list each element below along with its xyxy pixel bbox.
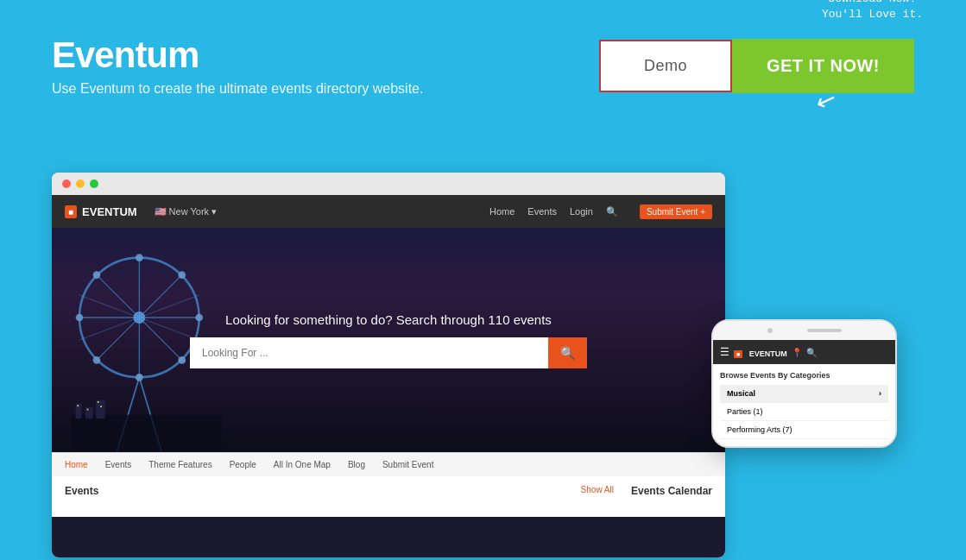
events-calendar-section: Events Calendar [631,485,712,508]
mobile-category-parties[interactable]: Parties (1) [720,403,888,421]
svg-point-17 [93,271,101,279]
nav-link-home[interactable]: Home [489,206,515,217]
page-header: Eventum Use Eventum to create the ultima… [0,0,966,114]
inner-logo: ■ EVENTUM [65,205,137,218]
browser-mockup: ■ EVENTUM 🇺🇸 New York ▾ Home Events Logi… [52,173,725,557]
inner-logo-icon: ■ [65,205,77,218]
brand-tagline: Use Eventum to create the ultimate event… [52,81,599,97]
hero-search-text: Looking for something to do? Search thro… [225,312,552,327]
mobile-speaker [807,329,842,332]
mobile-camera [767,328,773,333]
svg-point-10 [136,254,143,261]
download-note: Download Now! You'll Love it. [822,0,923,22]
svg-point-7 [133,311,145,324]
brand-section: Eventum Use Eventum to create the ultima… [52,35,599,97]
svg-point-16 [93,356,101,364]
submit-event-button[interactable]: Submit Event + [640,204,712,219]
browser-content: ■ EVENTUM 🇺🇸 New York ▾ Home Events Logi… [52,195,725,557]
browser-dot-minimize [76,179,85,188]
inner-website-nav: ■ EVENTUM 🇺🇸 New York ▾ Home Events Logi… [52,195,725,228]
mobile-category-musical[interactable]: Musical › [720,385,888,403]
inner-nav-blog[interactable]: Blog [348,460,365,469]
mobile-logo-icon: ■ [734,350,742,358]
browser-dot-fullscreen [90,179,98,188]
browser-titlebar [52,173,725,195]
inner-location[interactable]: 🇺🇸 New York ▾ [155,206,218,217]
svg-rect-20 [85,407,93,418]
hero-search-input[interactable] [190,337,548,368]
mobile-logo: ■ EVENTUM [734,344,787,360]
mobile-nav: ☰ ■ EVENTUM 📍 🔍 [713,340,895,364]
show-all-link[interactable]: Show All [581,485,614,501]
nav-search-icon[interactable]: 🔍 [606,206,618,217]
inner-nav-people[interactable]: People [230,460,256,469]
inner-nav-map[interactable]: All In One Map [274,460,331,469]
mobile-browse-title: Browse Events By Categories [720,371,888,380]
svg-rect-25 [100,406,102,407]
svg-rect-23 [87,409,89,411]
svg-point-14 [178,271,186,279]
inner-nav-links: Home Events Login 🔍 Submit Event + [489,204,712,219]
mobile-hamburger-icon[interactable]: ☰ [720,346,729,358]
mobile-category-performing[interactable]: Performing Arts (7) [720,421,888,439]
demo-button[interactable]: Demo [599,40,732,92]
mobile-search-icon[interactable]: 🔍 [806,348,817,357]
inner-site-footer-nav: Home Events Theme Features People All In… [52,452,725,476]
hero-search-bar: 🔍 [190,337,587,368]
events-calendar-title: Events Calendar [631,485,712,497]
svg-point-11 [195,314,203,322]
mobile-content: Browse Events By Categories Musical › Pa… [713,364,895,446]
inner-hero: Looking for something to do? Search thro… [52,228,725,452]
inner-content-area: Events Show All Events Calendar [52,476,725,517]
inner-logo-text: EVENTUM [82,205,137,218]
mobile-location-icon[interactable]: 📍 [792,348,802,357]
mobile-logo-text: EVENTUM [749,349,787,358]
svg-point-15 [178,356,186,364]
mobile-topbar [713,321,895,340]
mobile-mockup: ☰ ■ EVENTUM 📍 🔍 Browse Events By Categor… [711,319,897,448]
inner-nav-home[interactable]: Home [65,460,88,469]
browser-dot-close [62,179,71,188]
cta-section: Download Now! You'll Love it. ↙ Demo GET… [599,39,914,93]
svg-point-13 [76,314,84,322]
inner-nav-submit[interactable]: Submit Event [382,460,433,469]
brand-title: Eventum [52,35,599,76]
svg-rect-21 [96,400,104,418]
mobile-action-icons: 📍 🔍 [792,348,817,357]
nav-link-events[interactable]: Events [527,206,557,217]
events-section: Events Show All [65,485,614,508]
inner-nav-theme[interactable]: Theme Features [148,460,212,469]
svg-rect-24 [98,401,99,403]
inner-nav-events[interactable]: Events [105,460,132,469]
events-section-title: Events [65,485,98,497]
events-section-header: Events Show All [65,485,614,501]
svg-rect-18 [72,415,221,452]
svg-rect-22 [77,405,79,406]
svg-point-12 [136,374,143,381]
hero-search-button[interactable]: 🔍 [548,337,587,368]
nav-link-login[interactable]: Login [570,206,593,217]
